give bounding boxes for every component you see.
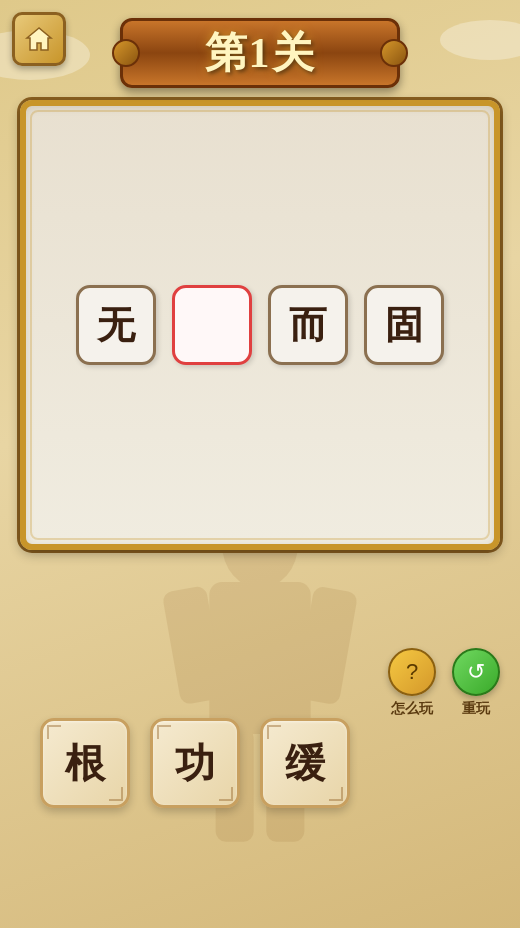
answer-tile-1-char: 功 (175, 736, 215, 791)
slot-2-char: 而 (289, 300, 327, 351)
help-group: ? 怎么玩 (388, 648, 436, 718)
replay-group: ↺ 重玩 (452, 648, 500, 718)
home-button[interactable] (12, 12, 66, 66)
slot-0-char: 无 (97, 300, 135, 351)
help-button[interactable]: ? (388, 648, 436, 696)
slot-3[interactable]: 固 (364, 285, 444, 365)
replay-icon: ↺ (467, 659, 485, 685)
home-icon (24, 24, 54, 54)
replay-button[interactable]: ↺ (452, 648, 500, 696)
slot-1-empty[interactable] (172, 285, 252, 365)
game-board: 无 而 固 (20, 100, 500, 550)
bottom-area: ? 怎么玩 ↺ 重玩 根 功 缓 (0, 628, 520, 928)
level-title: 第1关 (205, 25, 316, 81)
answer-tile-0[interactable]: 根 (40, 718, 130, 808)
replay-label: 重玩 (462, 700, 490, 718)
answer-tile-2-char: 缓 (285, 736, 325, 791)
slot-2[interactable]: 而 (268, 285, 348, 365)
slots-row: 无 而 固 (76, 285, 444, 365)
slot-0[interactable]: 无 (76, 285, 156, 365)
slot-3-char: 固 (385, 300, 423, 351)
title-banner-ornament-left (112, 39, 140, 67)
answer-tile-0-char: 根 (65, 736, 105, 791)
answer-tile-1[interactable]: 功 (150, 718, 240, 808)
help-label: 怎么玩 (391, 700, 433, 718)
help-icon: ? (406, 659, 418, 685)
action-buttons: ? 怎么玩 ↺ 重玩 (388, 648, 500, 718)
title-banner-ornament-right (380, 39, 408, 67)
answer-tiles: 根 功 缓 (40, 718, 350, 808)
answer-tile-2[interactable]: 缓 (260, 718, 350, 808)
title-banner: 第1关 (120, 18, 400, 88)
